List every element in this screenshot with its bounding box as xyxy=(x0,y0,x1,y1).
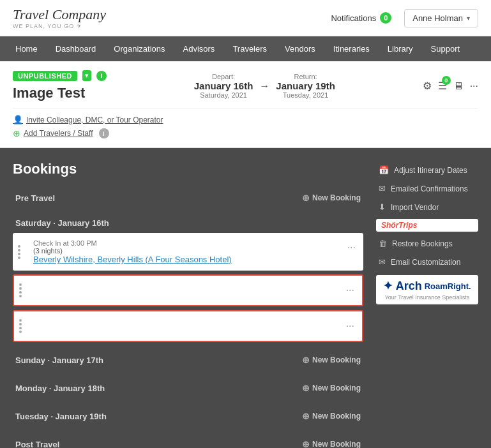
sunday-label: Sunday · January 17th xyxy=(15,355,103,365)
itinerary-dates: Depart: January 16th Saturday, 2021 → Re… xyxy=(194,73,335,99)
add-travelers-plus-icon: ⊕ xyxy=(13,128,20,138)
sidebar-item-restore-bookings[interactable]: 🗑 Restore Bookings xyxy=(376,234,478,253)
monday-new-booking-button[interactable]: ⊕ New Booking xyxy=(302,383,361,393)
nav-library[interactable]: Library xyxy=(379,36,422,61)
pre-travel-new-booking-button[interactable]: ⊕ New Booking xyxy=(302,193,361,203)
booking-card-1: Check In at 3:00 PM (3 nights) Beverly W… xyxy=(13,233,363,271)
sort-handle-empty-2[interactable] xyxy=(14,311,27,341)
booking-name-1[interactable]: Beverly Wilshire, Beverly Hills (A Four … xyxy=(33,255,332,264)
return-date: January 19th xyxy=(276,80,335,91)
tuesday-new-booking-label: New Booking xyxy=(312,412,361,421)
add-travelers-text: Add Travelers / Staff xyxy=(24,129,93,138)
depart-day: Saturday, 2021 xyxy=(194,91,253,99)
itinerary-title: Image Test xyxy=(13,85,107,101)
sidebar-item-import-vendor[interactable]: ⬇ Import Vendor xyxy=(376,198,478,216)
sunday-section: Sunday · January 17th ⊕ New Booking xyxy=(13,350,363,370)
pre-travel-new-booking-label: New Booking xyxy=(312,193,361,202)
arch-sub: Your Travel Insurance Specialists xyxy=(381,294,473,301)
notifications-button[interactable]: Notifications 0 xyxy=(331,12,391,24)
booking-more-1[interactable]: ··· xyxy=(340,237,363,258)
travelers-info-icon[interactable]: i xyxy=(99,128,109,138)
unpublished-badge: UNPUBLISHED xyxy=(13,71,77,81)
info-icon[interactable]: i xyxy=(96,71,107,81)
display-icon[interactable]: 🖥 xyxy=(453,80,464,92)
sidebar-item-adjust-dates[interactable]: 📅 Adjust Itinerary Dates xyxy=(376,161,478,179)
main-nav: Home Dashboard Organizations Advisors Tr… xyxy=(0,36,491,61)
booking-nights-1: (3 nights) xyxy=(33,247,332,255)
add-travelers-link[interactable]: Add Travelers / Staff xyxy=(24,129,93,138)
booking-card-empty-1: ··· xyxy=(13,274,363,306)
nav-organizations[interactable]: Organizations xyxy=(105,36,174,61)
unpublished-dropdown-icon[interactable]: ▾ xyxy=(82,70,91,81)
sidebar-adjust-dates-label: Adjust Itinerary Dates xyxy=(394,166,467,175)
nav-support[interactable]: Support xyxy=(422,36,469,61)
arch-logo[interactable]: ✦ Arch RoamRight. Your Travel Insurance … xyxy=(376,275,478,304)
shortrips-text: ShörTrips xyxy=(381,221,417,230)
booking-card-empty-2: ··· xyxy=(13,310,363,342)
tuesday-label: Tuesday · January 19th xyxy=(15,412,107,421)
sidebar-item-email-customization[interactable]: ✉ Email Customization xyxy=(376,253,478,271)
empty-content-1 xyxy=(27,276,338,305)
sidebar-import-vendor-label: Import Vendor xyxy=(391,203,439,212)
download-icon: ⬇ xyxy=(379,202,386,212)
sidebar-item-emailed-confirmations[interactable]: ✉ Emailed Confirmations xyxy=(376,179,478,198)
monday-new-booking-label: New Booking xyxy=(312,384,361,392)
booking-time-1: Check In at 3:00 PM xyxy=(33,239,332,247)
nav-advisors[interactable]: Advisors xyxy=(174,36,224,61)
nav-home[interactable]: Home xyxy=(6,36,47,61)
bookings-section: Bookings Pre Travel ⊕ New Booking Saturd… xyxy=(13,161,363,448)
logo: Travel Company WE PLAN, YOU GO ✈ xyxy=(13,6,106,29)
pre-travel-label: Pre Travel xyxy=(15,193,55,203)
saturday-section: Saturday · January 16th Check In at 3:00… xyxy=(13,213,363,342)
tasks-badge: 0 xyxy=(442,76,451,85)
itinerary-card: UNPUBLISHED ▾ i Image Test Depart: Janua… xyxy=(0,61,491,148)
post-travel-new-booking-label: New Booking xyxy=(312,440,361,448)
tuesday-plus-icon: ⊕ xyxy=(302,411,310,421)
sidebar: 📅 Adjust Itinerary Dates ✉ Emailed Confi… xyxy=(376,161,478,448)
tasks-icon[interactable]: ☰ 0 xyxy=(438,80,447,92)
sort-handle-1[interactable] xyxy=(13,233,26,271)
sunday-new-booking-button[interactable]: ⊕ New Booking xyxy=(302,355,361,365)
email-icon: ✉ xyxy=(379,184,386,193)
nav-travelers[interactable]: Travelers xyxy=(223,36,276,61)
email2-icon: ✉ xyxy=(379,257,386,267)
more-options-icon[interactable]: ··· xyxy=(470,80,478,92)
booking-content-1: Check In at 3:00 PM (3 nights) Beverly W… xyxy=(26,233,340,271)
settings-icon[interactable]: ⚙ xyxy=(423,80,432,92)
nav-itineraries[interactable]: Itineraries xyxy=(324,36,379,61)
depart-label: Depart: xyxy=(194,73,253,80)
booking-more-empty-1[interactable]: ··· xyxy=(338,280,362,301)
person-icon: 👤 xyxy=(13,115,23,124)
top-header: Travel Company WE PLAN, YOU GO ✈ Notific… xyxy=(0,0,491,36)
post-travel-new-booking-button[interactable]: ⊕ New Booking xyxy=(302,439,361,448)
sort-handle-empty-1[interactable] xyxy=(14,276,27,305)
saturday-label: Saturday · January 16th xyxy=(15,218,109,228)
logo-sub: WE PLAN, YOU GO ✈ xyxy=(13,23,106,29)
calendar-icon: 📅 xyxy=(379,165,389,175)
notifications-label: Notifications xyxy=(331,13,376,23)
post-travel-section: Post Travel ⊕ New Booking xyxy=(13,434,363,448)
dropdown-arrow-icon: ▾ xyxy=(467,15,470,22)
post-travel-label: Post Travel xyxy=(15,440,59,449)
shortrips-logo[interactable]: ShörTrips xyxy=(376,219,478,232)
pre-travel-section: Pre Travel ⊕ New Booking xyxy=(13,188,363,208)
nav-vendors[interactable]: Vendors xyxy=(276,36,324,61)
trash-icon: 🗑 xyxy=(379,239,387,248)
empty-content-2 xyxy=(27,311,338,341)
bookings-title: Bookings xyxy=(13,161,363,177)
header-right: Notifications 0 Anne Holman ▾ xyxy=(331,9,478,27)
nav-dashboard[interactable]: Dashboard xyxy=(47,36,105,61)
monday-label: Monday · January 18th xyxy=(15,384,105,393)
sunday-new-booking-label: New Booking xyxy=(312,355,361,364)
notifications-badge: 0 xyxy=(380,12,391,24)
arch-logo-symbol: ✦ Arch xyxy=(383,279,421,293)
post-travel-plus-icon: ⊕ xyxy=(302,439,310,448)
return-label: Return: xyxy=(276,73,335,80)
booking-more-empty-2[interactable]: ··· xyxy=(338,315,362,337)
main-content: Bookings Pre Travel ⊕ New Booking Saturd… xyxy=(0,148,491,448)
tuesday-new-booking-button[interactable]: ⊕ New Booking xyxy=(302,411,361,421)
roamright-text: RoamRight. xyxy=(425,281,471,291)
sidebar-email-customization-label: Email Customization xyxy=(391,258,460,267)
invite-link[interactable]: 👤 Invite Colleague, DMC, or Tour Operato… xyxy=(13,115,478,124)
user-dropdown[interactable]: Anne Holman ▾ xyxy=(404,9,478,27)
